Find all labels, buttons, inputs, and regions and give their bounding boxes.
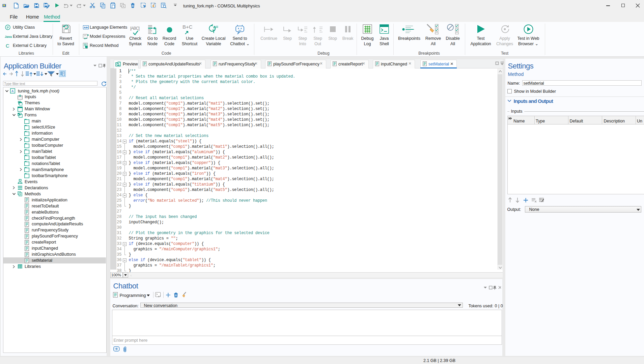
svg-text:[ABC]: [ABC] <box>130 26 140 31</box>
svg-text:ABC: ABC <box>84 26 89 29</box>
svg-text:a=: a= <box>84 37 87 39</box>
svg-text:B+C: B+C <box>183 24 193 30</box>
svg-text:C: C <box>6 43 9 48</box>
svg-text:Java: Java <box>5 35 12 38</box>
svg-text:T: T <box>212 29 215 34</box>
svg-text:A: A <box>11 89 14 93</box>
